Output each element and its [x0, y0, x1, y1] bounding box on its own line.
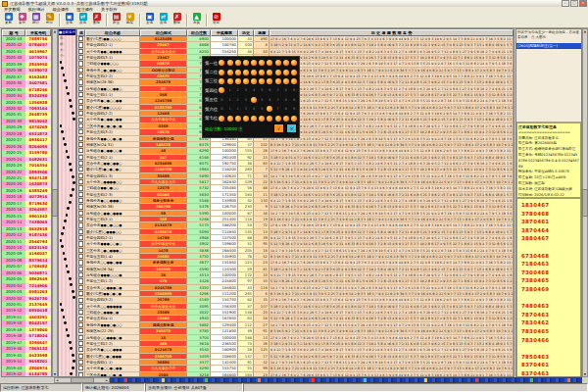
row-checkbox[interactable] [78, 68, 83, 73]
row-checkbox[interactable] [78, 118, 83, 122]
unselected-digit[interactable]: 7 [275, 87, 281, 93]
row-checkbox[interactable] [78, 123, 83, 128]
selected-ball-icon[interactable] [251, 97, 257, 103]
selected-ball-icon[interactable] [267, 116, 272, 122]
plan-list[interactable] [516, 49, 581, 122]
unselected-digit[interactable]: 2 [235, 87, 241, 93]
row-checkbox[interactable] [78, 235, 83, 240]
row-checkbox[interactable] [78, 291, 83, 296]
selected-ball-icon[interactable] [267, 106, 272, 112]
unselected-digit[interactable]: 9 [291, 106, 297, 112]
row-checkbox[interactable] [78, 322, 83, 327]
row-checkbox[interactable] [78, 267, 83, 271]
bet-panel-scrollbar[interactable]: ▲ ▼ [582, 28, 588, 377]
scroll-thumb[interactable] [582, 189, 588, 217]
selected-ball-icon[interactable] [219, 87, 224, 93]
row-checkbox[interactable] [78, 198, 83, 203]
unselected-digit[interactable]: 1 [227, 106, 233, 112]
row-checkbox[interactable] [78, 36, 83, 41]
unselected-digit[interactable]: 5 [259, 87, 265, 93]
selected-ball-icon[interactable] [275, 78, 281, 84]
row-checkbox[interactable] [78, 347, 83, 352]
selected-ball-icon[interactable] [243, 78, 249, 84]
row-checkbox[interactable] [78, 49, 83, 54]
unselected-digit[interactable]: 2 [235, 97, 241, 103]
unselected-digit[interactable]: 0 [219, 106, 224, 112]
selected-ball-icon[interactable] [219, 60, 224, 66]
row-checkbox[interactable] [78, 341, 83, 346]
row-checkbox[interactable] [78, 366, 83, 370]
maximize-button[interactable]: □ [570, 0, 578, 7]
row-checkbox[interactable] [78, 260, 83, 265]
row-checkbox[interactable] [78, 229, 83, 234]
selected-ball-icon[interactable] [275, 70, 281, 75]
scroll-down-icon[interactable]: ▼ [584, 372, 586, 376]
row-checkbox[interactable] [78, 298, 83, 303]
selected-ball-icon[interactable] [259, 78, 265, 84]
unselected-digit[interactable]: 3 [243, 87, 249, 93]
unselected-digit[interactable]: 4 [251, 106, 257, 112]
selected-ball-icon[interactable] [267, 70, 272, 75]
unselected-digit[interactable]: 1 [227, 87, 233, 93]
selected-ball-icon[interactable] [251, 78, 257, 84]
unselected-digit[interactable]: 2 [235, 106, 241, 112]
toolbar-button-mark[interactable]: ✎标记 [43, 13, 56, 27]
toolbar-button-redeem[interactable]: ▲兑奖 [190, 13, 203, 27]
history-row[interactable]: 2019-426134785 [2, 371, 51, 377]
unselected-digit[interactable]: 3 [243, 106, 249, 112]
row-checkbox[interactable] [78, 111, 83, 116]
row-checkbox[interactable] [78, 142, 83, 147]
scroll-down-icon[interactable]: ▼ [54, 372, 56, 376]
toolbar-button-update[interactable]: ◉更新 [2, 13, 15, 27]
selected-ball-icon[interactable] [219, 70, 224, 75]
selected-ball-icon[interactable] [267, 60, 272, 66]
selected-ball-icon[interactable] [227, 70, 233, 75]
unselected-digit[interactable]: 4 [251, 87, 257, 93]
selected-ball-icon[interactable] [219, 116, 224, 122]
row-checkbox[interactable]: ✓ [78, 55, 83, 60]
unselected-digit[interactable]: 6 [267, 97, 272, 103]
toolbar-button-invert-select[interactable]: ⇄反选 [76, 13, 89, 27]
toolbar-button-buy[interactable]: ¥购买 [123, 13, 136, 27]
row-checkbox[interactable] [78, 192, 83, 197]
close-button[interactable]: × [579, 0, 587, 7]
unselected-digit[interactable]: 3 [243, 97, 249, 103]
row-checkbox[interactable] [78, 285, 83, 290]
unselected-digit[interactable]: 7 [275, 106, 281, 112]
row-checkbox[interactable] [78, 360, 83, 365]
selected-ball-icon[interactable] [291, 116, 297, 122]
unselected-digit[interactable]: 9 [291, 87, 297, 93]
row-checkbox[interactable] [78, 179, 83, 184]
unselected-digit[interactable]: 8 [283, 87, 289, 93]
unselected-digit[interactable]: 0 [219, 97, 224, 103]
row-checkbox[interactable] [78, 92, 83, 97]
selected-ball-icon[interactable] [259, 70, 265, 75]
row-checkbox[interactable] [78, 167, 83, 172]
selected-ball-icon[interactable] [283, 60, 289, 66]
row-checkbox[interactable] [78, 248, 83, 253]
toolbar-button-send-bet[interactable]: ▤发注 [110, 13, 122, 27]
minimize-button[interactable]: — [562, 0, 569, 7]
row-checkbox[interactable] [78, 211, 83, 216]
selected-ball-icon[interactable] [243, 60, 249, 66]
row-checkbox[interactable] [78, 222, 83, 227]
row-checkbox[interactable] [78, 272, 83, 277]
row-checkbox[interactable] [78, 86, 83, 91]
row-checkbox[interactable] [78, 173, 83, 178]
row-checkbox[interactable] [78, 42, 83, 47]
row-checkbox[interactable] [78, 129, 83, 134]
toolbar-button-select-all-2[interactable]: ▣全选 [143, 13, 156, 27]
selected-ball-icon[interactable] [283, 116, 289, 122]
scroll-left-icon[interactable]: ◄ [56, 378, 58, 382]
row-checkbox[interactable] [78, 354, 83, 359]
toolbar-button-invert-select-2[interactable]: ⇄反选 [157, 13, 170, 27]
popup-close-button[interactable]: × [286, 123, 297, 133]
row-checkbox[interactable] [78, 335, 83, 340]
selected-ball-icon[interactable] [283, 78, 289, 84]
unselected-digit[interactable]: 1 [227, 97, 233, 103]
toolbar-button-select-all[interactable]: ▣全选 [63, 13, 75, 27]
selected-ball-icon[interactable] [235, 70, 241, 75]
row-checkbox[interactable] [78, 310, 83, 315]
selected-ball-icon[interactable] [251, 116, 257, 122]
row-checkbox[interactable] [78, 136, 83, 141]
